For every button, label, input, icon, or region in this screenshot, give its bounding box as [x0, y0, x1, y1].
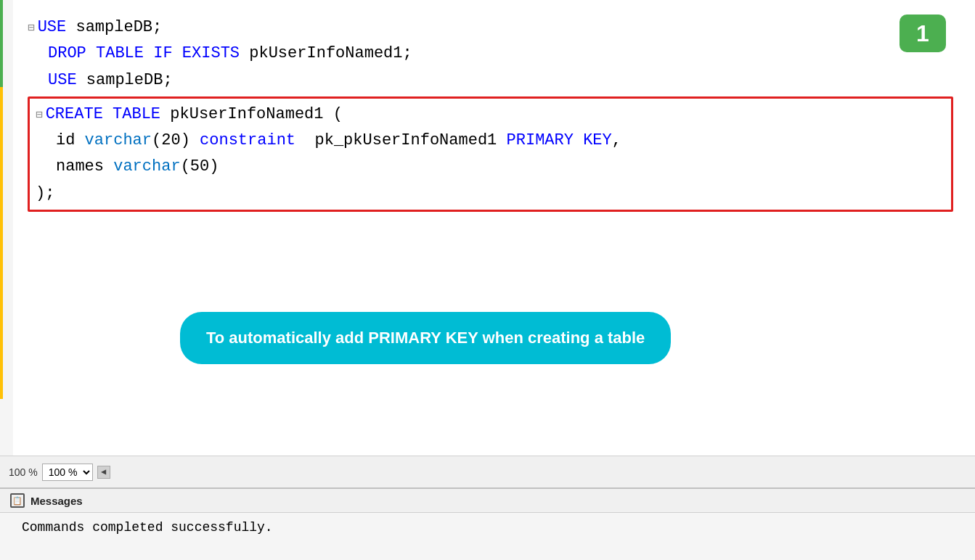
app-window: 1 ⊟ USE sampleDB; DROP TABLE IF EXISTS p… — [0, 0, 975, 560]
code-content: 1 ⊟ USE sampleDB; DROP TABLE IF EXISTS p… — [13, 0, 975, 456]
indent-space — [36, 128, 56, 154]
code-text: pkUserInfoNamed1 ( — [170, 102, 343, 128]
messages-title: Messages — [30, 495, 83, 507]
fold-icon[interactable]: ⊟ — [36, 106, 43, 125]
code-text: sampleDB; — [86, 67, 173, 94]
code-text: (20) — [152, 128, 200, 154]
indent-space — [36, 154, 56, 180]
indent-space — [28, 41, 48, 67]
code-text: sampleDB; — [76, 15, 162, 41]
code-keyword: CREATE — [46, 102, 113, 128]
code-keyword: USE — [48, 67, 86, 94]
gutter-bar-green — [0, 0, 3, 87]
gutter-bar-yellow — [0, 87, 3, 399]
zoom-label: 100 % — [9, 466, 38, 478]
code-line: DROP TABLE IF EXISTS pkUserInfoNamed1; — [28, 41, 953, 67]
messages-icon: 📋 — [10, 493, 25, 508]
fold-icon[interactable]: ⊟ — [28, 19, 35, 38]
zoom-bar: 100 % 100 % 75 % 125 % 150 % ◀ — [0, 456, 975, 487]
messages-icon-symbol: 📋 — [12, 496, 23, 506]
code-keyword: varchar — [85, 128, 152, 154]
code-text: pk_pkUserInfoNamed1 — [314, 128, 506, 154]
scroll-left-button[interactable]: ◀ — [97, 466, 110, 479]
code-keyword: varchar — [113, 154, 180, 180]
code-line: ⊟ CREATE TABLE pkUserInfoNamed1 ( — [36, 102, 945, 128]
code-keyword: DROP — [48, 41, 96, 67]
code-keyword: constraint — [200, 128, 314, 154]
messages-body: Commands completed successfully. — [0, 513, 975, 542]
highlighted-code-block: ⊟ CREATE TABLE pkUserInfoNamed1 ( id var… — [28, 96, 953, 212]
code-line: id varchar (20) constraint pk_pkUserInfo… — [36, 128, 945, 154]
tooltip-text: To automatically add PRIMARY KEY when cr… — [206, 329, 645, 347]
code-keyword: TABLE — [113, 102, 170, 128]
code-line: ⊟ USE sampleDB; — [28, 15, 953, 41]
messages-header: 📋 Messages — [0, 489, 975, 513]
code-keyword: EXISTS — [182, 41, 249, 67]
code-text: id — [56, 128, 85, 154]
code-text: ); — [36, 181, 54, 207]
messages-panel: 📋 Messages Commands completed successful… — [0, 487, 975, 560]
messages-body-text: Commands completed successfully. — [22, 520, 273, 535]
code-text: , — [612, 128, 621, 154]
editor-area: 1 ⊟ USE sampleDB; DROP TABLE IF EXISTS p… — [0, 0, 975, 456]
code-line: USE sampleDB; — [28, 67, 953, 94]
code-line: names varchar (50) — [36, 154, 945, 180]
indent-space — [28, 67, 48, 94]
code-text: names — [56, 154, 113, 180]
code-keyword: USE — [38, 15, 76, 41]
zoom-dropdown[interactable]: 100 % 75 % 125 % 150 % — [42, 464, 93, 481]
tooltip-bubble: To automatically add PRIMARY KEY when cr… — [180, 312, 671, 364]
code-text: (50) — [181, 154, 219, 180]
code-keyword: PRIMARY KEY — [507, 128, 612, 154]
code-keyword: IF — [153, 41, 182, 67]
editor-gutter — [0, 0, 13, 456]
code-keyword: TABLE — [96, 41, 153, 67]
code-text: pkUserInfoNamed1; — [249, 41, 412, 67]
code-line: ); — [36, 181, 945, 207]
